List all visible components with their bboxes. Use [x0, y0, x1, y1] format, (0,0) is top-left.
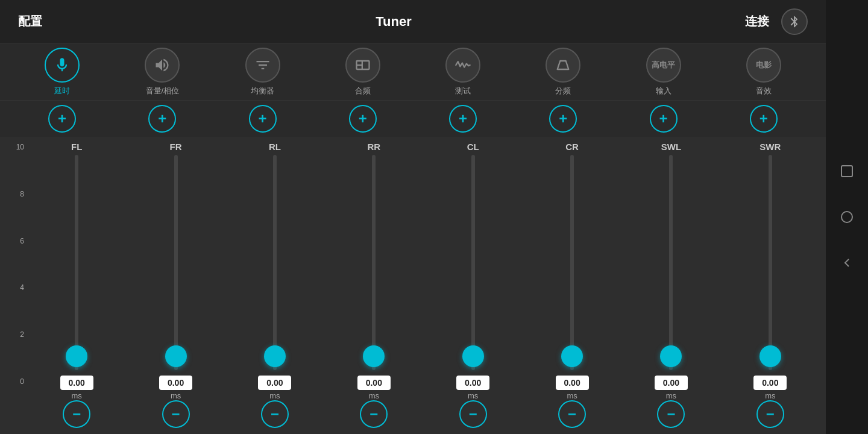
svg-marker-3 [558, 61, 569, 69]
main-content: + + + + + + + + 10 8 6 4 2 0 [0, 101, 826, 434]
tab-test-icon [445, 48, 480, 83]
android-square-button[interactable] [836, 160, 858, 182]
tab-crossover-icon [345, 48, 380, 83]
slider-value-SWR[interactable]: 0.00 [753, 376, 787, 390]
back-icon [840, 256, 854, 270]
slider-knob-RL[interactable] [264, 345, 286, 367]
android-back-button[interactable] [836, 252, 858, 274]
slider-knob-SWL[interactable] [660, 345, 682, 367]
slider-track-CR[interactable]: CR [523, 137, 621, 373]
minus-button-RR[interactable]: − [360, 400, 388, 428]
slider-RR[interactable] [372, 155, 376, 370]
tab-crossover-label: 合频 [355, 86, 371, 96]
slider-unit-CL: ms [468, 391, 478, 400]
slider-value-SWL[interactable]: 0.00 [655, 376, 688, 390]
slider-unit-RL: ms [269, 391, 280, 400]
tab-crossover[interactable]: 合频 [333, 48, 393, 96]
highlevel-text: 高电平 [652, 60, 675, 71]
tab-effect[interactable]: 电影 音效 [734, 48, 794, 96]
config-button[interactable]: 配置 [18, 13, 42, 30]
tab-eq-icon [245, 48, 280, 83]
tab-test[interactable]: 测试 [433, 48, 493, 96]
minus-button-FL[interactable]: − [63, 400, 90, 428]
trapezoid-icon [555, 57, 571, 74]
slider-knob-SWR[interactable] [760, 345, 781, 367]
slider-track-RR[interactable]: RR [324, 137, 423, 373]
y-label-0: 0 [6, 377, 24, 386]
slider-col-FR: FR 0.00 ms − [126, 137, 225, 434]
plus-button-FR[interactable]: + [148, 105, 176, 133]
slider-value-CR[interactable]: 0.00 [556, 376, 589, 390]
plus-row: + + + + + + + + [0, 101, 826, 137]
y-label-8: 8 [6, 190, 24, 198]
plus-button-CL[interactable]: + [449, 105, 477, 133]
slider-CL[interactable] [471, 155, 475, 370]
slider-unit-RR: ms [369, 391, 379, 400]
slider-knob-RR[interactable] [363, 345, 385, 367]
slider-label-CR: CR [565, 142, 579, 152]
wave-icon [454, 57, 471, 74]
slider-FL[interactable] [75, 155, 78, 370]
movie-text: 电影 [756, 60, 772, 71]
plus-button-RL[interactable]: + [249, 105, 277, 133]
minus-button-CR[interactable]: − [558, 400, 586, 428]
plus-button-SWL[interactable]: + [650, 105, 678, 133]
volume-icon [154, 57, 171, 74]
slider-track-RL[interactable]: RL [225, 137, 324, 373]
tab-divider[interactable]: 分频 [533, 48, 593, 96]
slider-FR[interactable] [174, 155, 178, 370]
slider-unit-FL: ms [72, 391, 82, 400]
nav-tabs: 延时 音量/相位 均衡器 [0, 43, 826, 101]
tab-test-label: 测试 [455, 86, 471, 96]
minus-button-SWR[interactable]: − [756, 400, 784, 428]
slider-value-FR[interactable]: 0.00 [159, 376, 192, 390]
tab-eq-label: 均衡器 [251, 86, 274, 96]
slider-col-RL: RL 0.00 ms − [225, 137, 324, 434]
tab-divider-icon [546, 48, 580, 83]
slider-label-RL: RL [269, 142, 281, 152]
tab-volume[interactable]: 音量/相位 [132, 48, 192, 96]
circle-icon [840, 210, 854, 224]
connect-button[interactable]: 连接 [745, 13, 769, 30]
minus-button-CL[interactable]: − [459, 400, 487, 428]
slider-value-RR[interactable]: 0.00 [357, 376, 391, 390]
slider-columns: FL 0.00 ms − FR [27, 137, 820, 434]
slider-knob-FL[interactable] [66, 345, 87, 367]
slider-track-FR[interactable]: FR [126, 137, 225, 373]
slider-RL[interactable] [273, 155, 277, 370]
minus-button-SWL[interactable]: − [657, 400, 685, 428]
page-title: Tuner [376, 14, 411, 30]
slider-SWL[interactable] [669, 155, 673, 370]
slider-knob-FR[interactable] [165, 345, 187, 367]
plus-button-CR[interactable]: + [549, 105, 577, 133]
y-label-4: 4 [6, 283, 24, 292]
plus-button-FL[interactable]: + [48, 105, 76, 133]
slider-track-CL[interactable]: CL [424, 137, 523, 373]
tab-eq[interactable]: 均衡器 [233, 48, 293, 96]
slider-track-SWR[interactable]: SWR [721, 137, 820, 373]
slider-value-FL[interactable]: 0.00 [60, 376, 93, 390]
minus-button-RL[interactable]: − [261, 400, 289, 428]
tab-delay-label: 延时 [54, 86, 70, 96]
plus-button-SWR[interactable]: + [750, 105, 778, 133]
tab-input[interactable]: 高电平 输入 [634, 48, 694, 96]
slider-knob-CL[interactable] [462, 345, 484, 367]
slider-CR[interactable] [570, 155, 574, 370]
tab-delay[interactable]: 延时 [32, 48, 92, 96]
bluetooth-button[interactable] [781, 8, 808, 35]
slider-unit-CR: ms [567, 391, 577, 400]
slider-value-RL[interactable]: 0.00 [258, 376, 291, 390]
minus-button-FR[interactable]: − [162, 400, 190, 428]
plus-button-RR[interactable]: + [349, 105, 377, 133]
slider-value-CL[interactable]: 0.00 [456, 376, 489, 390]
header-right: 连接 [745, 8, 808, 35]
y-label-2: 2 [6, 330, 24, 339]
slider-knob-CR[interactable] [561, 345, 583, 367]
android-home-button[interactable] [836, 206, 858, 228]
slider-unit-SWL: ms [666, 391, 676, 400]
y-label-10: 10 [6, 143, 24, 151]
slider-track-SWL[interactable]: SWL [621, 137, 720, 373]
slider-SWR[interactable] [769, 155, 772, 370]
equalizer-icon [254, 57, 271, 74]
slider-track-FL[interactable]: FL [27, 137, 126, 373]
